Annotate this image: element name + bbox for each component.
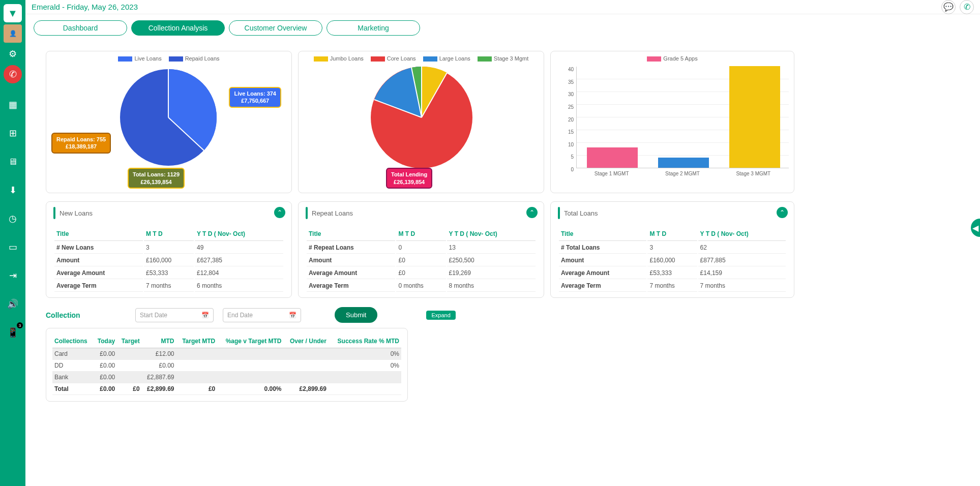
table-row: Average Term7 months6 months <box>54 280 283 292</box>
tab-customer-overview[interactable]: Customer Overview <box>229 20 322 36</box>
bar-xlabels: Stage 1 MGMTStage 2 MGMTStage 3 MGMT <box>576 171 789 176</box>
table-repeat-loans: TitleM T DY T D ( Nov- Oct)# Repeat Loan… <box>306 226 537 293</box>
tabs: Dashboard Collection Analysis Customer O… <box>34 20 420 36</box>
chart-grade5-bar: Grade 5 Apps 4035302520151050 Stage 1 MG… <box>550 51 794 193</box>
add-icon[interactable]: ⊞ <box>4 124 22 142</box>
callout-repaid-loans: Repaid Loans: 755£18,389,187 <box>51 133 111 154</box>
chart3-legend: Grade 5 Apps <box>555 55 790 62</box>
sidebar: ▼ 👤 ⚙ ✆ ▦ ⊞ 🖥 ⬇ ◷ ▭ ⇥ 🔊 📱3 <box>0 0 25 486</box>
table-row: # New Loans349 <box>54 242 283 254</box>
callout-total-lending: Total Lending£26,139,854 <box>386 168 432 189</box>
table-row: # Repeat Loans013 <box>307 242 536 254</box>
table-row: Average Amount£53,333£14,159 <box>559 267 786 279</box>
callout-total-loans: Total Loans: 1129£26,139,854 <box>128 168 185 189</box>
table-row: Bank£0.00£2,887.69 <box>52 372 401 383</box>
table-row: Average Term0 months8 months <box>307 280 536 292</box>
chart2-legend: Jumbo Loans Core Loans Large Loans Stage… <box>303 55 540 62</box>
table-row: Average Amount£0£19,269 <box>307 267 536 279</box>
bar-yaxis: 4035302520151050 <box>556 67 574 172</box>
chart-lending-pie: Jumbo Loans Core Loans Large Loans Stage… <box>298 51 544 193</box>
tab-dashboard[interactable]: Dashboard <box>34 20 127 36</box>
charts-row: Live Loans Repaid Loans Live Loans: 374£… <box>46 51 794 193</box>
phone-icon[interactable]: ✆ <box>4 65 22 83</box>
audio-icon[interactable]: 🔊 <box>4 295 22 313</box>
call-icon[interactable]: ✆ <box>960 0 974 14</box>
table-row: Average Term7 months7 months <box>559 280 786 292</box>
legend-swatch <box>169 56 183 62</box>
user-avatar[interactable]: 👤 <box>4 24 22 43</box>
legend-swatch <box>118 56 132 62</box>
table-row: # Total Loans362 <box>559 242 786 254</box>
collapse-icon[interactable]: ⌃ <box>777 207 788 218</box>
chat-icon[interactable]: 💬 <box>941 0 956 14</box>
gear-icon[interactable]: ⚙ <box>4 45 22 63</box>
card-new-loans: New Loans ⌃ TitleM T DY T D ( Nov- Oct)#… <box>46 201 292 298</box>
table-row: DD£0.00£0.000% <box>52 360 401 372</box>
pie-chart-1 <box>117 67 219 168</box>
chart1-legend: Live Loans Repaid Loans <box>50 55 287 62</box>
collapse-icon[interactable]: ⌃ <box>274 207 285 218</box>
logo-icon[interactable]: ▼ <box>4 4 22 22</box>
table-row: Average Amount£53,333£12,804 <box>54 267 283 279</box>
header: Emerald - Friday, May 26, 2023 💬 ✆ <box>25 0 980 14</box>
table-new-loans: TitleM T DY T D ( Nov- Oct)# New Loans34… <box>53 226 284 293</box>
notif-icon[interactable]: 📱3 <box>4 323 22 342</box>
table-row: Card£0.00£12.000% <box>52 348 401 360</box>
collection-card: CollectionsTodayTargetMTDTarget MTD%age … <box>46 328 408 402</box>
person-icon[interactable]: ⇥ <box>4 266 22 285</box>
side-handle-icon[interactable]: ◀ <box>971 219 980 237</box>
end-date-input[interactable]: End Date📅 <box>223 308 301 322</box>
gauge-icon[interactable]: ◷ <box>4 209 22 228</box>
bar-stage1 <box>587 147 638 168</box>
collapse-icon[interactable]: ⌃ <box>526 207 538 218</box>
card-total-loans: Total Loans ⌃ TitleM T DY T D ( Nov- Oct… <box>550 201 794 298</box>
bar-area <box>576 67 789 168</box>
mid-row: New Loans ⌃ TitleM T DY T D ( Nov- Oct)#… <box>46 201 794 298</box>
monitor-icon[interactable]: 🖥 <box>4 153 22 171</box>
callout-live-loans: Live Loans: 374£7,750,667 <box>229 87 281 108</box>
calendar-icon: 📅 <box>201 312 209 319</box>
notif-badge: 3 <box>17 322 23 328</box>
download-icon[interactable]: ⬇ <box>4 181 22 199</box>
pie-chart-2 <box>366 62 478 173</box>
tab-marketing[interactable]: Marketing <box>326 20 420 36</box>
submit-button[interactable]: Submit <box>335 307 377 323</box>
table-row: Amount£160,000£627,385 <box>54 255 283 266</box>
apps-icon[interactable]: ▦ <box>4 96 22 114</box>
table-row: Amount£0£250,500 <box>307 255 536 266</box>
table-row: Total£0.00£0£2,899.69£00.00%£2,899.69 <box>52 383 401 395</box>
start-date-input[interactable]: Start Date📅 <box>135 308 214 322</box>
expand-button[interactable]: Expand <box>426 311 455 320</box>
bar-stage2 <box>658 158 709 168</box>
bar-stage3 <box>729 66 780 168</box>
page-title: Emerald - Friday, May 26, 2023 <box>32 3 138 11</box>
chart-loans-pie: Live Loans Repaid Loans Live Loans: 374£… <box>46 51 292 193</box>
tab-collection-analysis[interactable]: Collection Analysis <box>131 20 225 36</box>
collection-section: Collection Start Date📅 End Date📅 Submit … <box>46 307 456 402</box>
card-repeat-loans: Repeat Loans ⌃ TitleM T DY T D ( Nov- Oc… <box>298 201 544 298</box>
table-total-loans: TitleM T DY T D ( Nov- Oct)# Total Loans… <box>558 226 787 293</box>
card-icon[interactable]: ▭ <box>4 238 22 256</box>
calendar-icon: 📅 <box>289 312 296 319</box>
collection-title: Collection <box>46 311 126 319</box>
table-collections: CollectionsTodayTargetMTDTarget MTD%age … <box>52 335 401 395</box>
table-row: Amount£160,000£877,885 <box>559 255 786 266</box>
